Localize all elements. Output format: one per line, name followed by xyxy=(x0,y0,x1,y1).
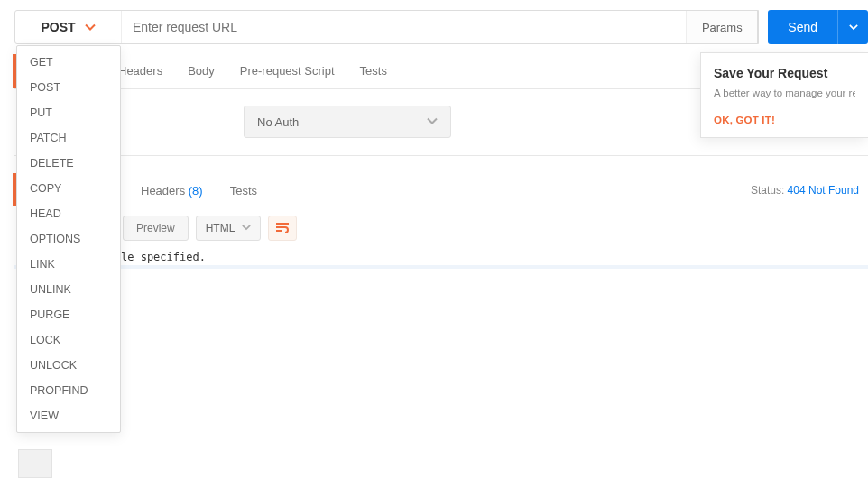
method-option-view[interactable]: VIEW xyxy=(17,403,120,428)
auth-selected-label: No Auth xyxy=(257,115,299,129)
save-popover-ok-button[interactable]: OK, GOT IT! xyxy=(714,115,775,125)
method-option-link[interactable]: LINK xyxy=(17,252,120,277)
send-group: Send xyxy=(768,10,868,44)
wrap-icon xyxy=(275,222,290,235)
response-tab-headers[interactable]: Headers (8) xyxy=(141,184,203,198)
url-group: POST Params xyxy=(14,10,759,44)
save-popover-title: Save Your Request xyxy=(714,66,855,80)
method-option-put[interactable]: PUT xyxy=(17,100,120,125)
method-option-patch[interactable]: PATCH xyxy=(17,125,120,151)
method-option-lock[interactable]: LOCK xyxy=(17,327,120,353)
method-label: POST xyxy=(41,20,75,34)
chevron-down-icon xyxy=(242,222,251,234)
tab-body[interactable]: Body xyxy=(188,64,215,78)
format-label: HTML xyxy=(206,222,235,234)
method-option-unlock[interactable]: UNLOCK xyxy=(17,353,120,378)
response-tab-headers-label: Headers xyxy=(141,184,185,198)
method-option-head[interactable]: HEAD xyxy=(17,201,120,226)
status-code: 404 Not Found xyxy=(788,184,859,197)
method-option-post[interactable]: POST xyxy=(17,75,120,100)
chevron-down-icon xyxy=(85,22,96,32)
save-request-popover: Save Your Request A better way to manage… xyxy=(700,52,868,138)
response-tabs: Headers (8) Tests Status: 404 Not Found xyxy=(14,173,868,207)
method-option-unlink[interactable]: UNLINK xyxy=(17,277,120,302)
response-status: Status: 404 Not Found xyxy=(751,184,859,197)
response-line: le specified. xyxy=(14,249,868,265)
auth-type-select[interactable]: No Auth xyxy=(244,106,451,138)
status-label: Status: xyxy=(751,184,784,197)
save-popover-body: A better way to manage your re save it t… xyxy=(714,86,855,100)
params-button[interactable]: Params xyxy=(686,11,758,43)
gutter-square xyxy=(18,449,52,478)
tab-headers[interactable]: Headers xyxy=(118,64,162,78)
send-button[interactable]: Send xyxy=(768,10,837,44)
method-option-copy[interactable]: COPY xyxy=(17,176,120,201)
method-select-button[interactable]: POST xyxy=(15,11,122,43)
method-option-delete[interactable]: DELETE xyxy=(17,151,120,176)
response-toolbar: Preview HTML xyxy=(14,213,868,244)
method-option-propfind[interactable]: PROPFIND xyxy=(17,378,120,403)
method-dropdown: GET POST PUT PATCH DELETE COPY HEAD OPTI… xyxy=(16,45,121,433)
send-dropdown-button[interactable] xyxy=(837,10,868,44)
method-option-purge[interactable]: PURGE xyxy=(17,302,120,327)
response-tab-tests[interactable]: Tests xyxy=(230,184,257,198)
request-bar: POST Params Send xyxy=(14,10,868,44)
preview-button[interactable]: Preview xyxy=(123,216,189,241)
method-option-get[interactable]: GET xyxy=(17,50,120,75)
method-option-options[interactable]: OPTIONS xyxy=(17,226,120,252)
response-line xyxy=(14,265,868,269)
tab-prerequest[interactable]: Pre-request Script xyxy=(240,64,335,78)
response-body: le specified. xyxy=(14,249,868,478)
format-select[interactable]: HTML xyxy=(196,216,262,241)
tab-tests[interactable]: Tests xyxy=(360,64,387,78)
url-input[interactable] xyxy=(122,11,686,43)
chevron-down-icon xyxy=(427,115,438,129)
wrap-lines-button[interactable] xyxy=(268,216,297,241)
response-headers-count: (8) xyxy=(189,184,203,198)
